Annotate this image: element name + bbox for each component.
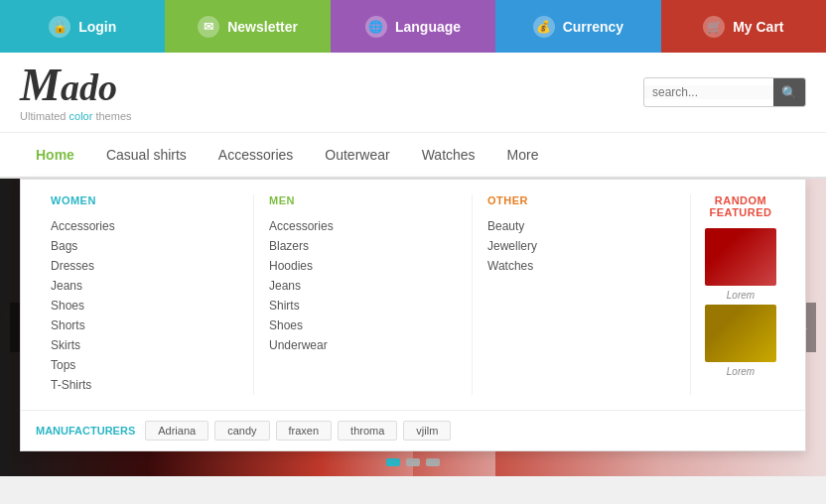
slide-dot-3[interactable]	[426, 458, 440, 466]
nav-item-accessories[interactable]: Accessories	[203, 133, 309, 177]
men-link-blazers[interactable]: Blazers	[269, 236, 457, 256]
women-link-dresses[interactable]: Dresses	[51, 256, 238, 276]
featured-image-1	[705, 228, 776, 286]
mfr-throma[interactable]: throma	[338, 421, 397, 441]
manufacturers-label: MANUFACTURERS	[36, 425, 135, 437]
search-button[interactable]: 🔍	[773, 77, 805, 107]
language-label: Language	[395, 19, 461, 35]
women-link-jeans[interactable]: Jeans	[51, 276, 238, 296]
mega-section-random: RANDOMFEATURED Lorem Lorem	[691, 194, 790, 395]
search-bar: 🔍	[643, 77, 806, 107]
currency-label: Currency	[563, 19, 623, 35]
mega-main-row: WOMEN Accessories Bags Dresses Jeans Sho…	[21, 180, 805, 410]
women-link-shorts[interactable]: Shorts	[51, 315, 238, 335]
top-bar: 🔒 Login ✉ Newsletter 🌐 Language 💰 Curren…	[0, 0, 826, 53]
mfr-adriana[interactable]: Adriana	[145, 421, 208, 441]
mega-section-other: OTHER Beauty Jewellery Watches	[473, 194, 691, 395]
women-link-accessories[interactable]: Accessories	[51, 216, 238, 236]
logo: Mado Ultimated color themes	[20, 63, 132, 122]
other-title: OTHER	[487, 194, 675, 206]
nav-wrapper: Home Casual shirts Accessories Outerwear…	[0, 133, 826, 179]
tagline-color: color	[69, 110, 93, 122]
tagline-pre: Ultimated	[20, 110, 69, 122]
featured-caption-2: Lorem	[701, 366, 780, 377]
men-link-accessories[interactable]: Accessories	[269, 216, 457, 236]
header: Mado Ultimated color themes 🔍	[0, 53, 826, 133]
currency-button[interactable]: 💰 Currency	[495, 0, 660, 53]
mfr-fraxen[interactable]: fraxen	[276, 421, 333, 441]
mega-menu: WOMEN Accessories Bags Dresses Jeans Sho…	[0, 179, 826, 451]
mycart-button[interactable]: 🛒 My Cart	[661, 0, 826, 53]
currency-icon: 💰	[533, 16, 555, 38]
women-link-skirts[interactable]: Skirts	[51, 335, 238, 355]
mycart-label: My Cart	[733, 19, 783, 35]
language-icon: 🌐	[365, 16, 387, 38]
mega-menu-inner: WOMEN Accessories Bags Dresses Jeans Sho…	[20, 179, 806, 451]
nav-item-outerwear[interactable]: Outerwear	[309, 133, 405, 177]
women-link-bags[interactable]: Bags	[51, 236, 238, 256]
featured-caption-1: Lorem	[701, 290, 780, 301]
login-button[interactable]: 🔒 Login	[0, 0, 165, 53]
women-link-tshirts[interactable]: T-Shirts	[51, 375, 238, 395]
login-label: Login	[78, 19, 116, 35]
logo-text: Mado	[20, 63, 132, 108]
men-link-shirts[interactable]: Shirts	[269, 296, 457, 315]
other-link-beauty[interactable]: Beauty	[487, 216, 675, 236]
other-link-jewellery[interactable]: Jewellery	[487, 236, 675, 256]
men-title: MEN	[269, 194, 457, 206]
men-link-hoodies[interactable]: Hoodies	[269, 256, 457, 276]
women-link-tops[interactable]: Tops	[51, 355, 238, 375]
search-input[interactable]	[644, 85, 773, 99]
men-link-underwear[interactable]: Underwear	[269, 335, 457, 355]
slide-dots	[386, 458, 440, 466]
men-link-jeans[interactable]: Jeans	[269, 276, 457, 296]
newsletter-icon: ✉	[198, 16, 219, 38]
tagline-post: themes	[92, 110, 131, 122]
nav-item-casual-shirts[interactable]: Casual shirts	[90, 133, 203, 177]
cart-icon: 🛒	[703, 16, 725, 38]
mfr-vjilm[interactable]: vjilm	[403, 421, 451, 441]
manufacturers-bar: MANUFACTURERS Adriana candy fraxen throm…	[21, 410, 805, 450]
newsletter-label: Newsletter	[227, 19, 298, 35]
newsletter-button[interactable]: ✉ Newsletter	[165, 0, 330, 53]
mega-section-men: MEN Accessories Blazers Hoodies Jeans Sh…	[254, 194, 473, 395]
mega-section-women: WOMEN Accessories Bags Dresses Jeans Sho…	[36, 194, 254, 395]
slide-dot-2[interactable]	[406, 458, 420, 466]
language-button[interactable]: 🌐 Language	[331, 0, 495, 53]
women-title: WOMEN	[51, 194, 238, 206]
nav-item-home[interactable]: Home	[20, 133, 90, 177]
login-icon: 🔒	[49, 16, 70, 38]
featured-image-2	[705, 305, 776, 362]
men-link-shoes[interactable]: Shoes	[269, 315, 457, 335]
women-link-shoes[interactable]: Shoes	[51, 296, 238, 315]
nav-item-watches[interactable]: Watches	[406, 133, 491, 177]
logo-tagline: Ultimated color themes	[20, 110, 132, 122]
slide-dot-1[interactable]	[386, 458, 400, 466]
other-link-watches[interactable]: Watches	[487, 256, 675, 276]
mfr-candy[interactable]: candy	[214, 421, 269, 441]
nav: Home Casual shirts Accessories Outerwear…	[0, 133, 826, 179]
random-title: RANDOMFEATURED	[701, 194, 780, 218]
nav-item-more[interactable]: More	[491, 133, 555, 177]
